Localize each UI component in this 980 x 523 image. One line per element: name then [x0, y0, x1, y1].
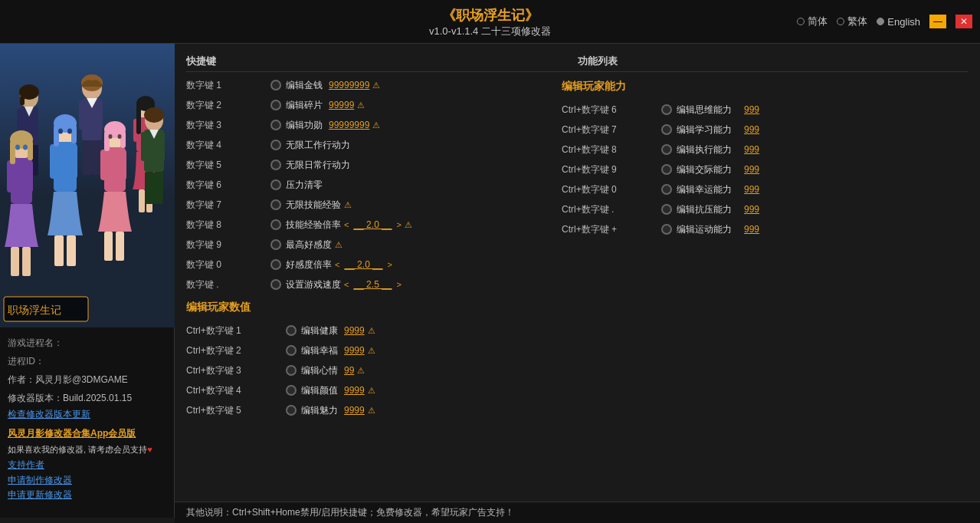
arrow-left-7[interactable]: < — [344, 220, 349, 229]
feature-row-2: 数字键 3 编辑功勋 99999999 ⚠ — [186, 115, 562, 135]
svg-rect-51 — [117, 150, 126, 180]
ability-name-5: 编辑抗压能力 — [677, 203, 738, 216]
pv-warn-2[interactable]: ⚠ — [357, 366, 365, 376]
pv-toggle-1[interactable] — [286, 345, 297, 356]
arrow-right-10[interactable]: > — [396, 280, 401, 289]
author-label: 作者：风灵月影@3DMGAME — [8, 370, 166, 389]
svg-point-46 — [58, 129, 63, 134]
warn-icon-8[interactable]: ⚠ — [335, 240, 343, 250]
toggle-6[interactable] — [270, 199, 281, 210]
svg-rect-29 — [24, 160, 33, 192]
warn-icon-0[interactable]: ⚠ — [372, 81, 380, 90]
close-button[interactable]: ✕ — [955, 15, 972, 28]
ability-value-3: 999 — [744, 164, 759, 175]
radio-simplified — [797, 18, 805, 25]
pv-toggle-2[interactable] — [286, 365, 297, 376]
pv-value-0: 9999 — [344, 325, 365, 336]
pv-warn-0[interactable]: ⚠ — [368, 326, 375, 336]
svg-rect-34 — [28, 141, 33, 160]
pv-name-4: 编辑魅力 9999 ⚠ — [301, 404, 375, 417]
feature-row-8: 数字键 9 最高好感度 ⚠ — [186, 235, 562, 255]
ability-toggle-0[interactable] — [661, 104, 672, 115]
player-values-list: Ctrl+数字键 1 编辑健康 9999 ⚠ Ctrl+数字键 2 编辑幸福 9… — [186, 321, 562, 420]
ability-hotkey-5: Ctrl+数字键 . — [562, 203, 661, 216]
toggle-7[interactable] — [270, 219, 281, 230]
request-link[interactable]: 申请制作修改器 — [8, 473, 166, 488]
svg-rect-28 — [7, 160, 16, 192]
feature-name-text-1: 编辑碎片 — [286, 99, 323, 112]
ability-toggle-1[interactable] — [661, 124, 672, 135]
warn-icon-2[interactable]: ⚠ — [372, 120, 380, 130]
feature-name-6: 无限技能经验 ⚠ — [286, 199, 352, 212]
process-id-label: 进程ID： — [8, 352, 166, 370]
warn-icon-7[interactable]: ⚠ — [405, 220, 412, 230]
ability-name-2: 编辑执行能力 — [677, 143, 738, 156]
warn-icon-1[interactable]: ⚠ — [357, 100, 365, 110]
left-features-list: 数字键 1 编辑金钱 99999999 ⚠ 数字键 2 编辑碎片 99999 ⚠… — [186, 75, 562, 294]
arrow-right-7[interactable]: > — [396, 220, 401, 229]
hotkey-label-6: 数字键 7 — [186, 199, 270, 212]
toggle-2[interactable] — [270, 120, 281, 130]
ability-name-0: 编辑思维能力 — [677, 104, 738, 117]
ability-value-6: 999 — [744, 224, 759, 235]
shortcuts-header: 快捷键 — [186, 54, 578, 68]
toggle-1[interactable] — [270, 100, 281, 110]
lang-simplified[interactable]: 简体 — [797, 15, 828, 28]
hotkey-label-4: 数字键 5 — [186, 159, 270, 172]
support-link[interactable]: 支持作者 — [8, 458, 166, 472]
pv-toggle-0[interactable] — [286, 325, 297, 336]
ability-toggle-2[interactable] — [661, 144, 672, 155]
minimize-button[interactable]: — — [929, 15, 946, 28]
player-values-title: 编辑玩家数值 — [186, 301, 562, 314]
pv-warn-4[interactable]: ⚠ — [368, 406, 375, 416]
feature-value-0: 99999999 — [329, 80, 369, 90]
player-value-row-4: Ctrl+数字键 5 编辑魅力 9999 ⚠ — [186, 400, 562, 420]
arrow-left-10[interactable]: < — [344, 280, 349, 289]
toggle-10[interactable] — [270, 279, 281, 290]
feature-value-1: 99999 — [329, 100, 354, 110]
pv-toggle-3[interactable] — [286, 385, 297, 396]
feature-row-4: 数字键 5 无限日常行动力 — [186, 155, 562, 175]
ability-hotkey-2: Ctrl+数字键 8 — [562, 143, 661, 156]
feature-row-5: 数字键 6 压力清零 — [186, 175, 562, 195]
hotkey-label-5: 数字键 6 — [186, 179, 270, 192]
toggle-3[interactable] — [270, 140, 281, 150]
feature-name-text-9: 好感度倍率 — [286, 258, 332, 271]
ability-hotkey-6: Ctrl+数字键 + — [562, 223, 661, 236]
toggle-5[interactable] — [270, 179, 281, 190]
pv-warn-1[interactable]: ⚠ — [368, 346, 375, 356]
feature-name-text-4: 无限日常行动力 — [286, 159, 350, 172]
warn-icon-6[interactable]: ⚠ — [344, 200, 352, 210]
toggle-4[interactable] — [270, 160, 281, 170]
feature-name-text-2: 编辑功勋 — [286, 119, 323, 132]
lang-traditional[interactable]: 繁体 — [837, 15, 867, 28]
ability-toggle-4[interactable] — [661, 184, 672, 195]
svg-rect-42 — [67, 235, 76, 266]
member-link[interactable]: 风灵月影修改器合集App会员版 — [8, 426, 166, 441]
check-version-link[interactable]: 检查修改器版本更新 — [8, 407, 166, 422]
pv-hotkey-3: Ctrl+数字键 4 — [186, 384, 286, 397]
pv-name-0: 编辑健康 9999 ⚠ — [301, 324, 375, 337]
svg-rect-14 — [83, 140, 92, 175]
arrow-left-9[interactable]: < — [335, 260, 339, 269]
svg-point-36 — [23, 145, 28, 150]
toggle-0[interactable] — [270, 80, 281, 90]
member-note: 如果喜欢我的修改器, 请考虑会员支持♥ — [8, 441, 166, 458]
ability-toggle-5[interactable] — [661, 204, 672, 215]
pv-warn-3[interactable]: ⚠ — [368, 386, 375, 396]
toggle-8[interactable] — [270, 239, 281, 250]
svg-rect-61 — [141, 132, 149, 161]
lang-english[interactable]: English — [877, 16, 920, 28]
ability-toggle-3[interactable] — [661, 164, 672, 175]
ability-toggle-6[interactable] — [661, 224, 672, 235]
game-artwork: 职场浮生记 — [0, 44, 175, 327]
player-abilities-title: 编辑玩家能力 — [562, 80, 969, 94]
svg-rect-39 — [50, 144, 59, 179]
update-link[interactable]: 申请更新修改器 — [8, 488, 166, 502]
toggle-9[interactable] — [270, 259, 281, 270]
player-value-row-0: Ctrl+数字键 1 编辑健康 9999 ⚠ — [186, 321, 562, 340]
svg-rect-13 — [94, 100, 103, 130]
hotkey-label-3: 数字键 4 — [186, 139, 270, 152]
pv-toggle-4[interactable] — [286, 405, 297, 416]
arrow-right-9[interactable]: > — [387, 260, 392, 269]
